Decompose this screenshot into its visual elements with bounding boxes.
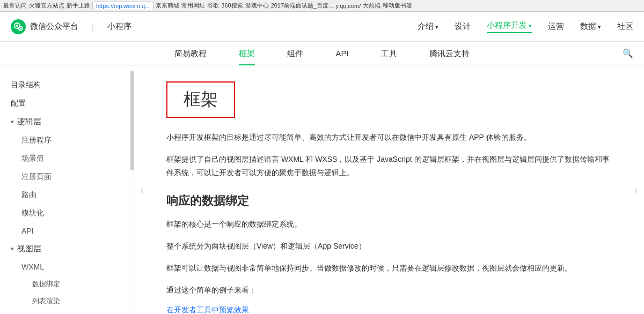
browser-bar: 最常访问 火狐官方站点 新手上路 https://mp.weixin.q... … [0, 0, 644, 12]
section-title-data-binding: 响应的数据绑定 [166, 193, 612, 209]
subnav-tools[interactable]: 工具 [381, 42, 397, 65]
sidebar-item-list-render[interactable]: 列表渲染 [0, 293, 134, 310]
content-para-6: 通过这个简单的例子来看： [166, 283, 612, 297]
sidebar-item-config[interactable]: 配置 [0, 94, 134, 113]
logo-icon [11, 19, 26, 34]
logo-area: 微信公众平台 ｜ 小程序 [11, 19, 131, 34]
arrow-down-icon-2: ▾ [11, 245, 14, 252]
sidebar-item-api[interactable]: API [0, 222, 134, 240]
page-title-box: 框架 [166, 81, 235, 118]
bookmark-1[interactable]: 最常访问 [3, 2, 27, 10]
subnav-framework[interactable]: 框架 [239, 42, 255, 65]
page-title: 框架 [184, 88, 218, 111]
divider: ｜ [88, 20, 98, 33]
subnav-tencent[interactable]: 腾讯云支持 [429, 42, 470, 65]
nav-intro[interactable]: 介绍 [418, 21, 438, 32]
sidebar-item-view-layer[interactable]: ▾ 视图层 [0, 240, 134, 258]
sidebar-item-register-app[interactable]: 注册程序 [0, 131, 134, 149]
content-para-1: 小程序开发框架的目标是通过尽可能简单、高效的方式让开发者可以在微信中开发具有原生… [166, 131, 612, 144]
sidebar-item-route[interactable]: 路由 [0, 186, 134, 204]
content-area: ‹ › 框架 小程序开发框架的目标是通过尽可能简单、高效的方式让开发者可以在微信… [134, 65, 644, 314]
sidebar-section-toc: 目录结构 配置 ▾ 逻辑层 注册程序 场景值 注册页面 路由 模块化 [0, 76, 134, 310]
sidebar: 目录结构 配置 ▾ 逻辑层 注册程序 场景值 注册页面 路由 模块化 [0, 65, 134, 314]
prev-button[interactable]: ‹ [134, 176, 150, 203]
content-para-2: 框架提供了自己的视图层描述语言 WXML 和 WXSS，以及基于 JavaScr… [166, 153, 612, 180]
bookmark-9[interactable]: 2017前端面试题_百度... [271, 2, 334, 10]
nav-dev[interactable]: 小程序开发 [487, 20, 532, 33]
bookmark-12[interactable]: 移动版书签 [383, 2, 412, 10]
main-layout: 目录结构 配置 ▾ 逻辑层 注册程序 场景值 注册页面 路由 模块化 [0, 65, 644, 314]
sidebar-item-data-binding[interactable]: 数据绑定 [0, 275, 134, 293]
nav-community[interactable]: 社区 [617, 21, 633, 32]
logo-text: 微信公众平台 [30, 21, 78, 32]
subnav-api[interactable]: API [335, 42, 348, 65]
subnav-components[interactable]: 组件 [287, 42, 303, 65]
nav-design[interactable]: 设计 [455, 21, 471, 32]
preview-link[interactable]: 在开发者工具中预览效果 [166, 305, 249, 314]
arrow-down-icon: ▾ [11, 118, 14, 125]
sidebar-item-logic-layer[interactable]: ▾ 逻辑层 [0, 113, 134, 131]
content-para-3: 框架的核心是一个响应的数据绑定系统。 [166, 218, 612, 231]
top-nav-links: 介绍 设计 小程序开发 运营 数据 社区 [418, 20, 633, 33]
search-icon[interactable]: 🔍 [623, 48, 633, 58]
bookmark-3[interactable]: 新手上路 [67, 2, 90, 10]
sidebar-scrollbar[interactable] [130, 65, 134, 314]
sidebar-item-register-page[interactable]: 注册页面 [0, 168, 134, 186]
sidebar-item-modular[interactable]: 模块化 [0, 204, 134, 222]
next-button[interactable]: › [628, 176, 644, 203]
url-bar[interactable]: https://mp.weixin.q... [92, 2, 153, 10]
scrollbar-thumb [130, 71, 134, 170]
bookmark-6[interactable]: 谷歌 [207, 2, 219, 10]
subnav-tutorial[interactable]: 简易教程 [174, 42, 207, 65]
bookmark-11[interactable]: 大前端 [363, 2, 380, 10]
bookmark-4[interactable]: 京东商城 [156, 2, 179, 10]
svg-point-3 [20, 27, 21, 29]
bookmark-5[interactable]: 常用网址 [181, 2, 205, 10]
svg-point-1 [16, 25, 18, 27]
top-nav: 微信公众平台 ｜ 小程序 介绍 设计 小程序开发 运营 数据 社区 [0, 12, 644, 42]
nav-ops[interactable]: 运营 [548, 21, 564, 32]
bookmark-2[interactable]: 火狐官方站点 [29, 2, 64, 10]
content-para-4: 整个系统分为两块视图层（View）和逻辑层（App Service） [166, 240, 612, 253]
sub-nav: 简易教程 框架 组件 API 工具 腾讯云支持 🔍 [0, 42, 644, 65]
sidebar-item-toc[interactable]: 目录结构 [0, 76, 134, 94]
sidebar-item-wxml[interactable]: WXML [0, 258, 134, 275]
nav-data[interactable]: 数据 [580, 21, 601, 32]
bookmark-10[interactable]: y.qq.com/ [335, 3, 361, 9]
sidebar-item-scene[interactable]: 场景值 [0, 149, 134, 168]
content-para-5: 框架可以让数据与视图非常简单地保持同步。当做数据修改的时候，只需要在逻辑层修改数… [166, 261, 612, 275]
bookmark-7[interactable]: 360搜索 [221, 2, 243, 10]
mini-prog-label: 小程序 [107, 21, 131, 32]
bookmark-8[interactable]: 游戏中心 [245, 2, 269, 10]
